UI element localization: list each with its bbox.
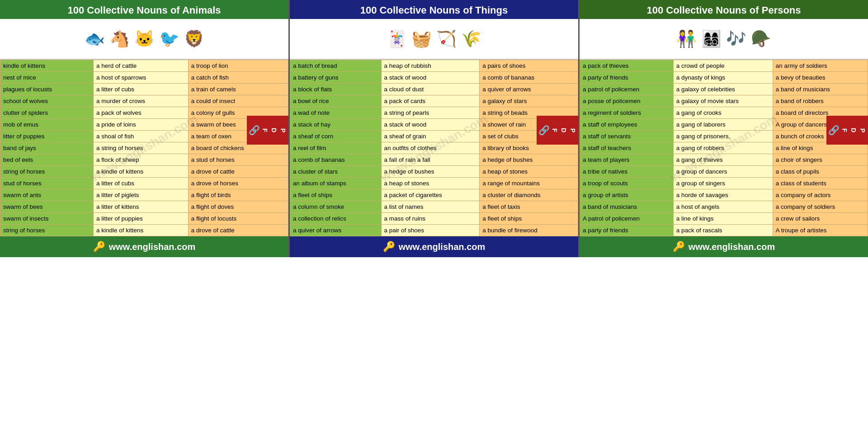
persons-title: 100 Collective Nouns of Persons: [580, 0, 868, 19]
table-cell: a group of artists: [580, 189, 674, 201]
table-row: a quiver of arrowsa pair of shoesa bundl…: [290, 225, 578, 236]
table-cell: a choir of singers: [773, 154, 868, 166]
table-cell: a batch of bread: [290, 60, 382, 72]
table-cell: a battery of guns: [290, 72, 382, 84]
table-cell: a staff of teachers: [580, 142, 674, 154]
main-container: 100 Collective Nouns of Animals🐟🐴🐱🐦🦁www.…: [0, 0, 868, 257]
table-cell: a pairs of shoes: [480, 60, 578, 72]
table-cell: a catch of fish: [188, 72, 288, 84]
animals-table: kindle of kittensa herd of cattlea troop…: [0, 60, 288, 236]
table-cell: a flight of doves: [188, 201, 288, 213]
animals-header-images: 🐟🐴🐱🐦🦁: [0, 19, 288, 60]
table-row: a tribe of nativesa group of dancersa cl…: [580, 166, 868, 178]
table-row: a pack of thievesa crowd of peoplean arm…: [580, 60, 868, 72]
table-cell: a hedge of bushes: [480, 154, 578, 166]
table-cell: a fleet of ships: [290, 189, 382, 201]
table-row: swarm of beesa litter of kittensa flight…: [0, 201, 288, 213]
table-cell: a galaxy of movie stars: [673, 95, 773, 107]
table-cell: a heap of rubbish: [381, 60, 480, 72]
table-cell: school of wolves: [0, 95, 94, 107]
table-cell: a sheaf of grain: [381, 131, 480, 142]
table-cell: a herd of cattle: [93, 60, 188, 72]
table-cell: a tribe of natives: [580, 166, 674, 178]
things-header-images: 🃏🧺🏹🌾: [290, 19, 578, 60]
table-cell: a line of kings: [673, 213, 773, 225]
table-cell: a bundle of firewood: [480, 225, 578, 236]
table-cell: a party of friends: [580, 72, 674, 84]
table-row: a group of artistsa horde of savagesa co…: [580, 189, 868, 201]
table-cell: a hedge of bushes: [381, 166, 480, 178]
table-row: a collection of relicsa mass of ruinsa f…: [290, 213, 578, 225]
things-pdf-badge[interactable]: PDF🔗: [537, 116, 578, 145]
table-cell: a pride of loins: [93, 119, 188, 131]
table-cell: litter of puppies: [0, 131, 94, 142]
table-row: plagues of locustsa litter of cubsa trai…: [0, 84, 288, 95]
table-cell: a murder of crows: [93, 95, 188, 107]
table-row: swarm of antsa litter of pigletsa flight…: [0, 189, 288, 201]
table-cell: a comb of bananas: [480, 72, 578, 84]
table-cell: an outfits of clothes: [381, 142, 480, 154]
table-cell: a flock of sheep: [93, 154, 188, 166]
table-row: a party of friendsa dynasty of kingsa be…: [580, 72, 868, 84]
table-cell: band of jays: [0, 142, 94, 154]
table-cell: a flight of locusts: [188, 213, 288, 225]
section-animals: 100 Collective Nouns of Animals🐟🐴🐱🐦🦁www.…: [0, 0, 288, 257]
table-cell: a litter of puppies: [93, 213, 188, 225]
table-cell: a heap of stones: [381, 178, 480, 189]
table-cell: a fall of rain a fall: [381, 154, 480, 166]
table-cell: a drove of horses: [188, 178, 288, 189]
table-row: an album of stampsa heap of stonesa rang…: [290, 178, 578, 189]
table-cell: a band of robbers: [773, 95, 868, 107]
table-cell: a pack of rascals: [673, 225, 773, 236]
table-cell: a stack of wood: [381, 72, 480, 84]
table-cell: a cluster of diamonds: [480, 189, 578, 201]
persons-footer: 🔑www.englishan.com: [580, 236, 868, 257]
table-cell: a galaxy of stars: [480, 95, 578, 107]
table-cell: a stud of horses: [188, 154, 288, 166]
table-cell: a host of sparrows: [93, 72, 188, 84]
table-row: nest of micea host of sparrowsa catch of…: [0, 72, 288, 84]
table-cell: swarm of ants: [0, 189, 94, 201]
table-row: a patrol of policemena galaxy of celebri…: [580, 84, 868, 95]
table-row: a wad of notea string of pearlsa string …: [290, 107, 578, 119]
table-cell: a fleet of taxis: [480, 201, 578, 213]
animals-pdf-badge[interactable]: PDF🔗: [247, 116, 288, 145]
table-cell: a horde of savages: [673, 189, 773, 201]
footer-icon: 🔑: [383, 241, 395, 253]
table-row: a staff of teachersa gang of robbersa li…: [580, 142, 868, 154]
table-cell: a bowl of rice: [290, 95, 382, 107]
table-row: string of horsesa kindle of kittensa dro…: [0, 225, 288, 236]
persons-header-images: 👫👩‍👩‍👧‍👦🎶🪖: [580, 19, 868, 60]
table-row: a fleet of shipsa packet of cigarettesa …: [290, 189, 578, 201]
persons-pdf-badge[interactable]: PDF🔗: [826, 116, 868, 145]
table-cell: a regiment of soldiers: [580, 107, 674, 119]
table-cell: a gang of thieves: [673, 154, 773, 166]
table-cell: a party of friends: [580, 225, 674, 236]
animals-table-container: www.englishan.comPDF🔗kindle of kittensa …: [0, 60, 288, 236]
footer-icon: 🔑: [673, 241, 685, 253]
table-cell: a host of angels: [673, 201, 773, 213]
table-cell: a sheaf of corn: [290, 131, 382, 142]
animals-footer: 🔑www.englishan.com: [0, 236, 288, 257]
things-table: a batch of breada heap of rubbisha pairs…: [290, 60, 578, 236]
table-cell: a reel of film: [290, 142, 382, 154]
table-row: a comb of bananasa fall of rain a falla …: [290, 154, 578, 166]
table-cell: a list of names: [381, 201, 480, 213]
footer-url: www.englishan.com: [109, 242, 196, 252]
table-cell: a galaxy of celebrities: [673, 84, 773, 95]
table-cell: a flight of birds: [188, 189, 288, 201]
table-cell: a collection of relics: [290, 213, 382, 225]
table-cell: swarm of insects: [0, 213, 94, 225]
table-row: stud of horsesa litter of cubsa drove of…: [0, 178, 288, 189]
table-cell: bed of eels: [0, 154, 94, 166]
table-cell: a gang of prisoners,: [673, 131, 773, 142]
table-cell: a stack of hay: [290, 119, 382, 131]
footer-url: www.englishan.com: [399, 242, 486, 252]
table-row: a team of playersa gang of thievesa choi…: [580, 154, 868, 166]
table-cell: string of horses: [0, 225, 94, 236]
table-cell: a company of soldiers: [773, 201, 868, 213]
table-cell: a quiver of arrows: [290, 225, 382, 236]
table-cell: a column of smoke: [290, 201, 382, 213]
table-cell: a drove of cattle: [188, 225, 288, 236]
table-cell: a gang of laborers: [673, 119, 773, 131]
